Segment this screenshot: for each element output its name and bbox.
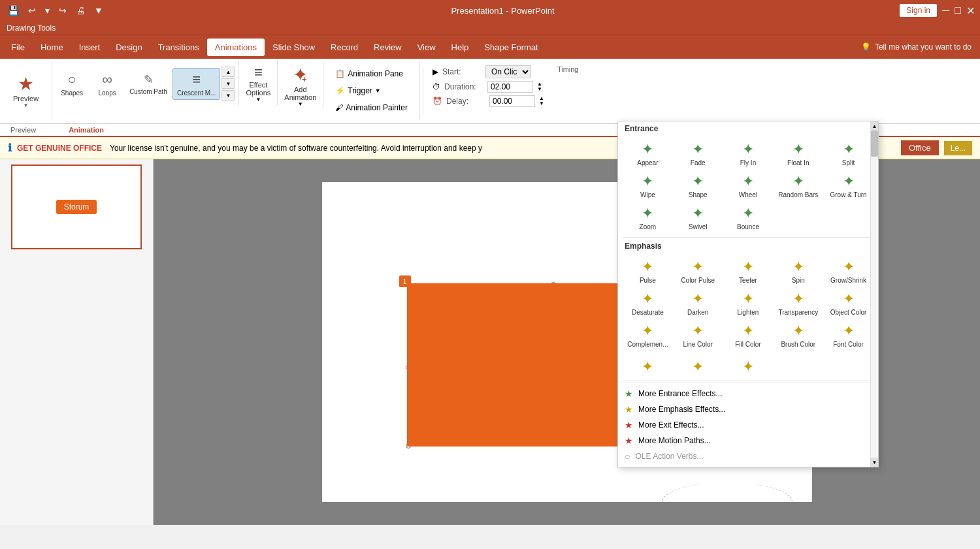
- anim-crescent[interactable]: ≡ Crescent M...: [172, 68, 220, 100]
- extra-3-icon: ✦: [742, 358, 754, 375]
- more-entrance-effects[interactable]: ★ More Entrance Effects...: [618, 386, 878, 401]
- anim-fill-color[interactable]: ✦ Fill Color: [724, 320, 773, 351]
- print-button[interactable]: 🖨: [73, 4, 88, 17]
- anim-wipe[interactable]: ✦ Wipe: [623, 170, 672, 201]
- anim-font-color[interactable]: ✦ Font Color: [824, 320, 873, 351]
- anim-spin[interactable]: ✦ Spin: [774, 256, 823, 287]
- redo-button[interactable]: ↪: [56, 4, 69, 17]
- anim-brush-color[interactable]: ✦ Brush Color: [774, 320, 823, 351]
- start-dropdown[interactable]: On Click With Previous After Previous: [485, 65, 531, 78]
- sign-in-button[interactable]: Sign in: [900, 4, 937, 17]
- anim-extra-2[interactable]: ✦: [674, 356, 723, 378]
- anim-lighten[interactable]: ✦ Lighten: [724, 288, 773, 319]
- add-animation-button[interactable]: ✦ +: [293, 64, 308, 86]
- anim-grow-turn[interactable]: ✦ Grow & Turn: [824, 170, 873, 201]
- scroll-up-btn[interactable]: ▲: [871, 121, 878, 131]
- bounce-icon: ✦: [742, 205, 754, 222]
- slide-panel: 1 ★ Sforum: [0, 159, 154, 525]
- anim-pulse[interactable]: ✦ Pulse: [623, 256, 672, 287]
- search-bar[interactable]: 💡 Tell me what you want to do: [856, 42, 977, 52]
- anim-grow-shrink[interactable]: ✦ Grow/Shrink: [824, 256, 873, 287]
- anim-fade[interactable]: ✦ Fade: [674, 138, 723, 169]
- anim-custom-path[interactable]: ✎ Custom Path: [125, 70, 171, 98]
- office-button[interactable]: Office: [901, 140, 939, 155]
- anim-wheel[interactable]: ✦ Wheel: [724, 170, 773, 201]
- anim-transparency[interactable]: ✦ Transparency: [774, 288, 823, 319]
- more-exit-effects[interactable]: ★ More Exit Effects...: [618, 417, 878, 433]
- minimize-button[interactable]: ─: [942, 5, 949, 16]
- menu-transitions[interactable]: Transitions: [150, 39, 207, 56]
- learn-more-button[interactable]: Le...: [944, 141, 972, 155]
- drawing-tools-bar: Drawing Tools: [0, 21, 980, 35]
- menu-file[interactable]: File: [3, 39, 33, 56]
- duration-input[interactable]: [487, 81, 533, 93]
- effect-options-label: Effect Options: [246, 81, 270, 97]
- anim-object-color[interactable]: ✦ Object Color: [824, 288, 873, 319]
- menu-view[interactable]: View: [410, 39, 444, 56]
- separator-1: [623, 237, 873, 238]
- menu-help[interactable]: Help: [444, 39, 477, 56]
- delay-input[interactable]: [489, 95, 535, 107]
- scroll-down-btn[interactable]: ▼: [871, 458, 878, 467]
- effect-options-group[interactable]: ≡ Effect Options ▼: [239, 61, 278, 105]
- effect-options-icon: ≡: [254, 64, 263, 81]
- menu-insert[interactable]: Insert: [71, 39, 108, 56]
- menu-shape-format[interactable]: Shape Format: [476, 39, 546, 56]
- ole-action-verbs[interactable]: ○ OLE Action Verbs...: [618, 448, 878, 464]
- scroll-down[interactable]: ▼: [221, 78, 235, 89]
- anim-line-color[interactable]: ✦ Line Color: [674, 320, 723, 351]
- anim-loops[interactable]: ∞ Loops: [90, 69, 124, 99]
- anim-color-pulse[interactable]: ✦ Color Pulse: [674, 256, 723, 287]
- shape-icon: ✦: [692, 173, 704, 190]
- trigger-button[interactable]: ⚡ Trigger ▼: [330, 84, 413, 98]
- more-emphasis-effects[interactable]: ★ More Emphasis Effects...: [618, 401, 878, 417]
- preview-button[interactable]: ★ Preview ▼: [5, 68, 46, 114]
- anim-teeter[interactable]: ✦ Teeter: [724, 256, 773, 287]
- crescent-icon: ≡: [192, 71, 201, 88]
- anim-fly-in[interactable]: ✦ Fly In: [724, 138, 773, 169]
- close-button[interactable]: ✕: [966, 5, 975, 17]
- more-entrance-star: ★: [625, 388, 633, 399]
- menu-review[interactable]: Review: [366, 39, 410, 56]
- more-motion-paths[interactable]: ★ More Motion Paths...: [618, 433, 878, 448]
- maximize-button[interactable]: □: [955, 5, 961, 16]
- trigger-arrow: ▼: [375, 87, 381, 94]
- anim-darken[interactable]: ✦ Darken: [674, 288, 723, 319]
- spin-icon: ✦: [792, 259, 804, 275]
- save-button[interactable]: 💾: [5, 4, 22, 17]
- more-emphasis-label: More Emphasis Effects...: [638, 405, 725, 414]
- anim-extra-3[interactable]: ✦: [724, 356, 773, 378]
- animation-pane-button[interactable]: 📋 Animation Pane: [330, 67, 413, 81]
- anim-swivel[interactable]: ✦ Swivel: [674, 202, 723, 233]
- undo-dropdown[interactable]: ▾: [42, 4, 52, 17]
- anim-random-bars[interactable]: ✦ Random Bars: [774, 170, 823, 201]
- delay-label: Delay:: [446, 97, 485, 106]
- scroll-up[interactable]: ▲: [221, 67, 235, 77]
- delay-down[interactable]: ▼: [539, 101, 544, 106]
- menu-record[interactable]: Record: [323, 39, 366, 56]
- customize-button[interactable]: ▼: [91, 4, 106, 17]
- title-bar: 💾 ↩ ▾ ↪ 🖨 ▼ Presentation1 - PowerPoint S…: [0, 0, 980, 21]
- anim-float-in[interactable]: ✦ Float In: [774, 138, 823, 169]
- anim-appear[interactable]: ✦ Appear: [623, 138, 672, 169]
- slide-thumbnail[interactable]: Sforum: [11, 165, 142, 249]
- anim-shapes[interactable]: ○ Shapes: [55, 69, 89, 99]
- anim-zoom[interactable]: ✦ Zoom: [623, 202, 672, 233]
- anim-extra-1[interactable]: ✦: [623, 356, 672, 378]
- preview-group: ★ Preview ▼: [0, 61, 52, 120]
- animation-painter-button[interactable]: 🖌 Animation Painter: [330, 101, 413, 115]
- anim-desaturate[interactable]: ✦ Desaturate: [623, 288, 672, 319]
- menu-animations[interactable]: Animations: [207, 39, 265, 56]
- notification-icon: ℹ: [8, 142, 12, 154]
- anim-bounce[interactable]: ✦ Bounce: [724, 202, 773, 233]
- anim-complementary[interactable]: ✦ Complemen...: [623, 320, 672, 351]
- animations-group: ○ Shapes ∞ Loops ✎ Custom Path ≡ Crescen…: [52, 61, 239, 106]
- menu-design[interactable]: Design: [108, 39, 150, 56]
- undo-button[interactable]: ↩: [25, 4, 39, 17]
- menu-home[interactable]: Home: [33, 39, 71, 56]
- anim-split[interactable]: ✦ Split: [824, 138, 873, 169]
- scroll-expand[interactable]: ▼: [221, 90, 235, 101]
- duration-down[interactable]: ▼: [537, 87, 542, 92]
- menu-slideshow[interactable]: Slide Show: [265, 39, 323, 56]
- anim-shape[interactable]: ✦ Shape: [674, 170, 723, 201]
